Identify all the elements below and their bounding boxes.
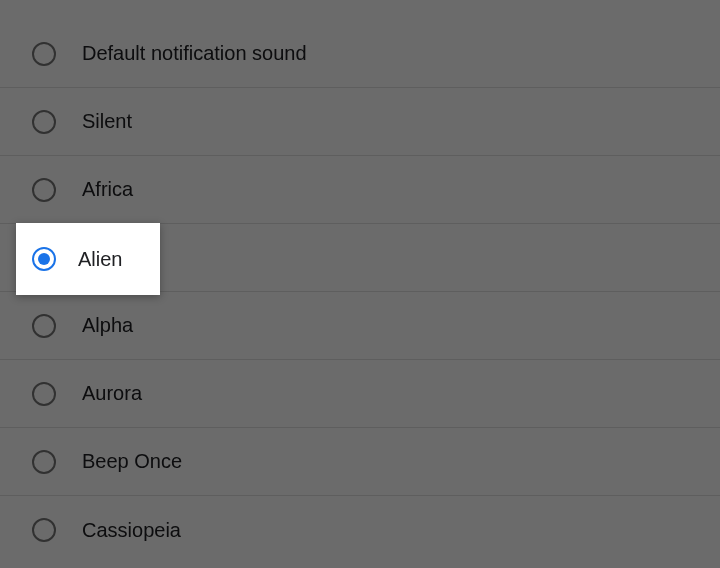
sound-label: Default notification sound xyxy=(82,42,307,65)
sound-label: Silent xyxy=(82,110,132,133)
sound-label: Beep Once xyxy=(82,450,182,473)
radio-icon xyxy=(32,450,56,474)
sound-label: Alpha xyxy=(82,314,133,337)
highlight-callout: Alien xyxy=(16,223,160,295)
sound-label: Cassiopeia xyxy=(82,519,181,542)
radio-icon xyxy=(32,314,56,338)
radio-icon xyxy=(32,110,56,134)
sound-option-cassiopeia[interactable]: Cassiopeia xyxy=(0,496,720,564)
sound-label: Aurora xyxy=(82,382,142,405)
radio-icon xyxy=(32,42,56,66)
sound-option-default[interactable]: Default notification sound xyxy=(0,20,720,88)
sound-option-africa[interactable]: Africa xyxy=(0,156,720,224)
radio-icon xyxy=(32,518,56,542)
sound-option-silent[interactable]: Silent xyxy=(0,88,720,156)
radio-icon xyxy=(32,178,56,202)
sound-option-aurora[interactable]: Aurora xyxy=(0,360,720,428)
highlight-label: Alien xyxy=(78,248,122,271)
radio-icon xyxy=(32,382,56,406)
sound-option-alpha[interactable]: Alpha xyxy=(0,292,720,360)
sound-option-beep-once[interactable]: Beep Once xyxy=(0,428,720,496)
radio-icon-selected xyxy=(32,247,56,271)
sound-label: Africa xyxy=(82,178,133,201)
